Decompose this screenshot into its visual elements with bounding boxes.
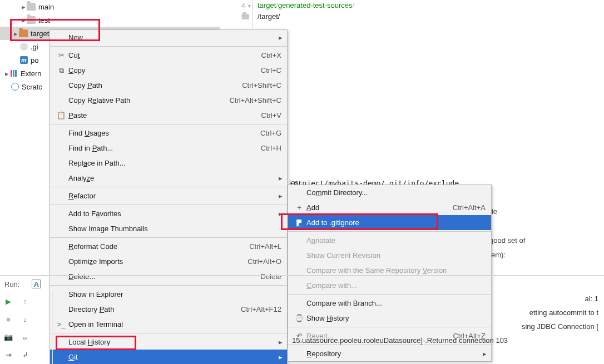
menu-shortcut: Ctrl+H <box>261 144 281 152</box>
submenu-arrow-icon: ▸ <box>279 33 283 42</box>
menu-item-label: Analyze <box>67 174 281 182</box>
tree-label: main <box>38 3 54 11</box>
maven-icon: m <box>20 56 28 64</box>
menu-item-label: Refactor <box>67 192 281 200</box>
tree-item-test[interactable]: ▸ test <box>0 13 220 27</box>
stop-button[interactable]: ■ <box>3 314 13 324</box>
folder-icon <box>19 29 28 37</box>
menu-item-label: Show Image Thumbnails <box>67 225 281 233</box>
run-panel[interactable]: Run: A ▶ ■ 📷 ⇥ ↑ ↓ ⏛ ↲ al: 1 etting auto… <box>0 275 604 364</box>
tree-label: po <box>31 56 38 64</box>
run-label: Run: <box>4 280 19 288</box>
exit-icon[interactable]: ⇥ <box>3 350 13 360</box>
up-arrow-icon[interactable]: ↑ <box>20 296 30 306</box>
svg-point-4 <box>299 223 302 226</box>
libraries-icon <box>10 69 18 77</box>
menu-item-icon <box>294 219 305 227</box>
menu-item-label: Commit Directory... <box>305 188 486 197</box>
menu-item[interactable]: ✂CutCtrl+X <box>50 48 287 63</box>
menu-item-label: Copy Relative Path <box>67 96 229 104</box>
menu-item-label: Find in Path... <box>67 144 261 152</box>
menu-shortcut: Ctrl+Alt+L <box>249 242 281 251</box>
run-console[interactable]: al: 1 etting autocommit to t sing JDBC C… <box>52 292 604 364</box>
menu-item[interactable]: Copy PathCtrl+Shift+C <box>50 78 287 93</box>
menu-item[interactable]: Analyze▸ <box>50 171 287 186</box>
menu-item[interactable]: Refactor▸ <box>50 188 287 203</box>
menu-separator <box>50 187 287 187</box>
menu-item-icon: 📋 <box>56 111 67 119</box>
menu-separator <box>50 237 287 238</box>
menu-item-label: Paste <box>67 111 261 119</box>
menu-item[interactable]: Show Image Thumbnails <box>50 221 287 236</box>
editor-code[interactable]: target/generated-test-sources/ /target/ <box>253 0 354 28</box>
menu-item[interactable]: 📋PasteCtrl+V <box>50 108 287 123</box>
submenu-arrow-icon: ▸ <box>279 210 283 218</box>
menu-item: Show Current Revision <box>288 248 491 263</box>
camera-icon[interactable]: 📷 <box>3 332 13 342</box>
menu-item-label: Copy <box>67 66 261 74</box>
menu-item[interactable]: Optimize ImportsCtrl+Alt+O <box>50 254 287 269</box>
menu-item-label: Add to .gitignore <box>305 218 486 227</box>
svg-rect-1 <box>13 70 14 77</box>
menu-item-label: Add <box>305 203 453 212</box>
run-config-icon[interactable]: A <box>32 280 41 288</box>
menu-item-label: Optimize Imports <box>67 257 247 266</box>
tree-label: test <box>38 16 50 24</box>
menu-item[interactable]: Reformat CodeCtrl+Alt+L <box>50 239 287 254</box>
tree-item-main[interactable]: ▸ main <box>0 0 220 13</box>
down-arrow-icon[interactable]: ↓ <box>20 314 30 324</box>
folder-icon <box>27 3 36 11</box>
menu-item-label: Find Usages <box>67 129 260 137</box>
tree-label: Extern <box>21 69 42 78</box>
menu-shortcut: Ctrl+Alt+Shift+C <box>229 96 281 104</box>
filter-icon[interactable]: ⏛ <box>20 332 30 342</box>
scratches-icon <box>11 83 19 91</box>
menu-shortcut: Ctrl+Alt+O <box>247 257 281 266</box>
chevron-right-icon: ▸ <box>20 16 27 24</box>
menu-item[interactable]: +AddCtrl+Alt+A <box>288 200 491 215</box>
menu-item-icon: + <box>294 203 305 212</box>
tree-label: Scratc <box>22 83 42 91</box>
menu-item[interactable]: Replace in Path... <box>50 156 287 171</box>
menu-item[interactable]: Commit Directory... <box>288 185 491 200</box>
menu-item-label: New <box>67 33 281 42</box>
menu-item-icon: ⧉ <box>56 66 67 75</box>
svg-rect-0 <box>11 70 12 77</box>
submenu-arrow-icon: ▸ <box>279 174 283 182</box>
menu-item[interactable]: Find UsagesCtrl+G <box>50 126 287 141</box>
folder-icon <box>27 16 36 24</box>
fold-icon[interactable]: ▾ <box>248 3 251 9</box>
menu-item-label: Cut <box>67 51 261 59</box>
code-text: /target/ <box>258 12 280 21</box>
editor[interactable]: 4▾ 5 target/generated-test-sources/ /tar… <box>220 0 604 28</box>
menu-shortcut: Ctrl+Shift+C <box>242 81 281 89</box>
tree-label: .gi <box>31 43 38 51</box>
run-toolbar[interactable]: ▶ ■ 📷 ⇥ ↑ ↓ ⏛ ↲ <box>0 292 50 364</box>
menu-item[interactable]: New▸ <box>50 30 287 45</box>
menu-item-label: Annotate <box>305 236 486 245</box>
chevron-right-icon: ▸ <box>12 29 19 38</box>
menu-item[interactable]: ⧉CopyCtrl+C <box>50 63 287 78</box>
menu-item-label: Reformat Code <box>67 242 249 251</box>
menu-item-label: Compare with the Same Repository Version <box>305 266 486 275</box>
wrap-icon[interactable]: ↲ <box>20 350 30 360</box>
editor-gutter: 4▾ 5 <box>220 0 253 28</box>
menu-shortcut: Ctrl+X <box>261 51 281 59</box>
tree-label: target <box>31 29 49 38</box>
menu-shortcut: Ctrl+Alt+A <box>453 203 486 212</box>
chevron-right-icon: ▸ <box>20 3 27 11</box>
menu-shortcut: Ctrl+C <box>261 66 281 74</box>
menu-item-label: Add to Favorites <box>67 210 281 218</box>
menu-separator <box>288 231 491 232</box>
menu-item[interactable]: Copy Relative PathCtrl+Alt+Shift+C <box>50 93 287 108</box>
submenu-arrow-icon: ▸ <box>279 192 283 200</box>
run-button[interactable]: ▶ <box>3 296 13 306</box>
menu-item[interactable]: Add to Favorites▸ <box>50 206 287 221</box>
run-header: Run: A <box>0 276 604 292</box>
menu-item-label: Copy Path <box>67 81 242 89</box>
menu-separator <box>50 205 287 205</box>
menu-item[interactable]: Add to .gitignore <box>288 215 491 230</box>
menu-item[interactable]: Find in Path...Ctrl+H <box>50 141 287 156</box>
chevron-right-icon: ▸ <box>3 69 10 78</box>
menu-item-label: Show Current Revision <box>305 251 486 260</box>
